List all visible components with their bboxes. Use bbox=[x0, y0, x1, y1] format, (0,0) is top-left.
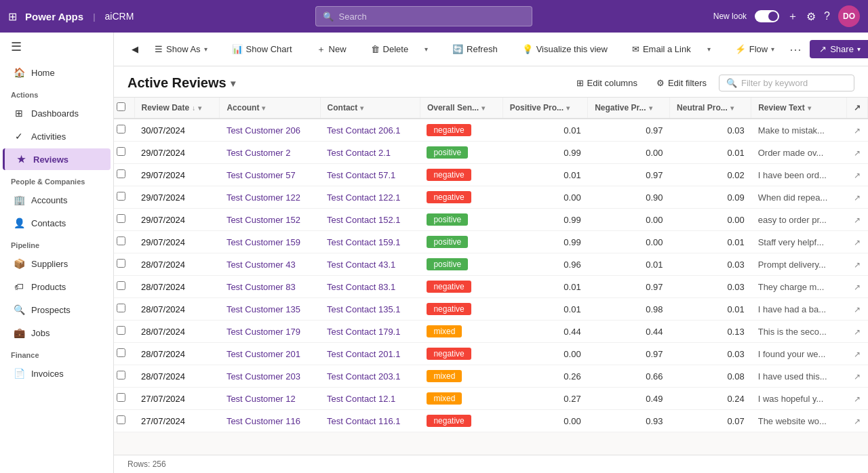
open-record-icon[interactable]: ↗ bbox=[854, 372, 861, 382]
open-record-icon[interactable]: ↗ bbox=[854, 126, 861, 136]
account-cell[interactable]: Test Customer 135 bbox=[220, 298, 320, 321]
contact-cell[interactable]: Test Contact 122.1 bbox=[320, 186, 420, 209]
review-text-cell[interactable]: The website wo... bbox=[751, 410, 847, 432]
row-checkbox-1[interactable] bbox=[117, 147, 125, 156]
contact-cell[interactable]: Test Contact 201.1 bbox=[320, 343, 420, 365]
row-checkbox-8[interactable] bbox=[117, 304, 125, 312]
email-chevron-button[interactable]: ▾ bbox=[701, 41, 717, 57]
open-record-icon[interactable]: ↗ bbox=[854, 417, 861, 426]
review-text-cell[interactable]: Order made ov... bbox=[751, 142, 847, 164]
open-record-icon[interactable]: ↗ bbox=[854, 260, 861, 270]
row-checkbox-11[interactable] bbox=[117, 371, 125, 379]
col-overall-sentiment[interactable]: Overall Sen... ▾ bbox=[420, 98, 502, 119]
account-cell[interactable]: Test Customer 57 bbox=[220, 164, 320, 186]
grid-icon[interactable]: ⊞ bbox=[8, 10, 17, 23]
review-text-cell[interactable]: When did repea... bbox=[751, 186, 847, 209]
open-record-icon[interactable]: ↗ bbox=[854, 394, 861, 404]
row-checkbox-2[interactable] bbox=[117, 169, 125, 178]
col-review-date[interactable]: Review Date ↓ ▾ bbox=[134, 98, 220, 119]
contact-cell[interactable]: Test Contact 203.1 bbox=[320, 365, 420, 388]
hamburger-menu[interactable]: ☰ bbox=[0, 33, 113, 61]
review-text-cell[interactable]: I found your we... bbox=[751, 343, 847, 365]
new-look-toggle[interactable] bbox=[755, 10, 779, 22]
account-cell[interactable]: Test Customer 206 bbox=[220, 119, 320, 142]
sidebar-item-contacts[interactable]: 👤 Contacts bbox=[3, 212, 111, 234]
email-link-button[interactable]: ✉ Email a Link bbox=[625, 40, 698, 58]
sidebar-item-accounts[interactable]: 🏢 Accounts bbox=[3, 189, 111, 211]
account-cell[interactable]: Test Customer 2 bbox=[220, 142, 320, 164]
row-checkbox-6[interactable] bbox=[117, 259, 125, 268]
contact-cell[interactable]: Test Contact 135.1 bbox=[320, 298, 420, 321]
contact-cell[interactable]: Test Contact 179.1 bbox=[320, 321, 420, 343]
title-chevron-icon[interactable]: ▾ bbox=[231, 78, 235, 89]
row-checkbox-4[interactable] bbox=[117, 214, 125, 223]
row-checkbox-9[interactable] bbox=[117, 326, 125, 335]
sidebar-item-products[interactable]: 🏷 Products bbox=[3, 276, 111, 297]
avatar[interactable]: DO bbox=[838, 5, 860, 27]
row-checkbox-10[interactable] bbox=[117, 348, 125, 357]
open-record-icon[interactable]: ↗ bbox=[854, 350, 861, 359]
review-text-cell[interactable]: They charge m... bbox=[751, 276, 847, 298]
account-cell[interactable]: Test Customer 12 bbox=[220, 388, 320, 410]
contact-cell[interactable]: Test Contact 159.1 bbox=[320, 231, 420, 253]
open-record-icon[interactable]: ↗ bbox=[854, 327, 861, 337]
sidebar-item-suppliers[interactable]: 📦 Suppliers bbox=[3, 253, 111, 274]
filter-keyword-input[interactable] bbox=[741, 78, 847, 88]
review-text-cell[interactable]: I have had a ba... bbox=[751, 298, 847, 321]
review-text-cell[interactable]: Prompt delivery... bbox=[751, 253, 847, 276]
settings-icon[interactable]: ⚙ bbox=[806, 10, 816, 23]
review-text-cell[interactable]: easy to order pr... bbox=[751, 209, 847, 231]
row-checkbox-7[interactable] bbox=[117, 281, 125, 290]
new-button[interactable]: ＋ New bbox=[310, 39, 353, 60]
col-neutral-probability[interactable]: Neutral Pro... ▾ bbox=[670, 98, 751, 119]
flow-button[interactable]: ⚡ Flow ▾ bbox=[728, 40, 781, 58]
col-review-text[interactable]: Review Text ▾ bbox=[751, 98, 847, 119]
contact-cell[interactable]: Test Contact 206.1 bbox=[320, 119, 420, 142]
row-checkbox-3[interactable] bbox=[117, 192, 125, 201]
col-contact[interactable]: Contact ▾ bbox=[320, 98, 420, 119]
select-all-header[interactable] bbox=[114, 98, 134, 119]
open-record-icon[interactable]: ↗ bbox=[854, 305, 861, 314]
account-cell[interactable]: Test Customer 203 bbox=[220, 365, 320, 388]
review-text-cell[interactable]: I have used this... bbox=[751, 365, 847, 388]
open-record-icon[interactable]: ↗ bbox=[854, 283, 861, 292]
account-cell[interactable]: Test Customer 152 bbox=[220, 209, 320, 231]
select-all-checkbox[interactable] bbox=[117, 102, 125, 111]
open-record-icon[interactable]: ↗ bbox=[854, 148, 861, 158]
account-cell[interactable]: Test Customer 159 bbox=[220, 231, 320, 253]
sidebar-item-reviews[interactable]: ★ Reviews bbox=[3, 148, 111, 170]
review-text-cell[interactable]: I was hopeful y... bbox=[751, 388, 847, 410]
account-cell[interactable]: Test Customer 179 bbox=[220, 321, 320, 343]
row-checkbox-13[interactable] bbox=[117, 415, 125, 424]
sidebar-item-invoices[interactable]: 📄 Invoices bbox=[3, 363, 111, 384]
sidebar-item-prospects[interactable]: 🔍 Prospects bbox=[3, 299, 111, 321]
help-icon[interactable]: ? bbox=[824, 10, 830, 22]
review-text-cell[interactable]: Make to mistak... bbox=[751, 119, 847, 142]
open-record-icon[interactable]: ↗ bbox=[854, 171, 861, 180]
account-cell[interactable]: Test Customer 43 bbox=[220, 253, 320, 276]
review-text-cell[interactable]: Staff very helpf... bbox=[751, 231, 847, 253]
sidebar-item-activities[interactable]: ✓ Activities bbox=[3, 125, 111, 147]
row-checkbox-0[interactable] bbox=[117, 125, 125, 133]
contact-cell[interactable]: Test Contact 12.1 bbox=[320, 388, 420, 410]
review-text-cell[interactable]: I have been ord... bbox=[751, 164, 847, 186]
sidebar-item-jobs[interactable]: 💼 Jobs bbox=[3, 322, 111, 344]
show-as-button[interactable]: ☰ Show As ▾ bbox=[148, 40, 214, 58]
account-cell[interactable]: Test Customer 201 bbox=[220, 343, 320, 365]
sidebar-item-home[interactable]: 🏠 Home bbox=[3, 62, 111, 83]
edit-filters-button[interactable]: ⚙ Edit filters bbox=[650, 75, 713, 91]
account-cell[interactable]: Test Customer 122 bbox=[220, 186, 320, 209]
row-checkbox-5[interactable] bbox=[117, 236, 125, 245]
col-account[interactable]: Account ▾ bbox=[220, 98, 320, 119]
row-checkbox-12[interactable] bbox=[117, 393, 125, 402]
contact-cell[interactable]: Test Contact 152.1 bbox=[320, 209, 420, 231]
add-icon[interactable]: ＋ bbox=[787, 9, 798, 24]
open-record-icon[interactable]: ↗ bbox=[854, 193, 861, 203]
contact-cell[interactable]: Test Contact 2.1 bbox=[320, 142, 420, 164]
open-record-icon[interactable]: ↗ bbox=[854, 215, 861, 225]
more-options-button[interactable]: ⋯ bbox=[784, 39, 807, 60]
col-positive-probability[interactable]: Positive Pro... ▾ bbox=[502, 98, 588, 119]
contact-cell[interactable]: Test Contact 57.1 bbox=[320, 164, 420, 186]
contact-cell[interactable]: Test Contact 116.1 bbox=[320, 410, 420, 432]
contact-cell[interactable]: Test Contact 83.1 bbox=[320, 276, 420, 298]
